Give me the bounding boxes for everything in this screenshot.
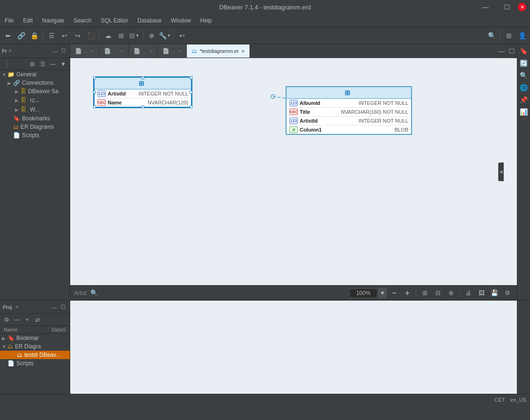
bottom-tree-er-diagrams[interactable]: ▼ 🗂 ER Diagra — [0, 342, 70, 351]
zoom-dropdown[interactable]: ▼ — [378, 288, 387, 298]
tree-item-w[interactable]: ▶ 🗄 W... — [0, 105, 70, 114]
left-panel-minimize[interactable]: — — [51, 47, 59, 55]
album-row-albumid[interactable]: 123 AlbumId INTEGER NOT NULL — [287, 99, 411, 108]
toolbar-btn-5[interactable]: ↩ — [59, 29, 71, 42]
bottom-tb-sync[interactable]: ⇄ — [33, 315, 42, 324]
canvas-btn-grid[interactable]: ⊞ — [419, 287, 430, 299]
right-icon-bookmark[interactable]: 🔖 — [519, 46, 529, 56]
toolbar-search-btn[interactable]: 🔍 — [486, 29, 498, 42]
editor-tab-4[interactable]: 📄 ... ✕ — [158, 44, 187, 58]
editor-tab-active[interactable]: 🗂 *testdiagramm.er ✕ — [187, 44, 250, 58]
canvas-btn-settings[interactable]: ⚙ — [502, 287, 513, 299]
tab-maximize-btn[interactable]: ☐ — [507, 44, 517, 58]
bottom-panel-tab-label[interactable]: Proj — [3, 304, 12, 310]
close-button[interactable]: ✕ — [518, 3, 526, 11]
bottom-tb-minus[interactable]: — — [12, 315, 22, 324]
canvas-btn-list[interactable]: ⊟ — [432, 287, 443, 299]
resize-handle-tl[interactable] — [93, 76, 96, 79]
toolbar-btn-3[interactable]: 🔒 — [28, 29, 40, 42]
menu-database[interactable]: Database — [133, 15, 166, 26]
tab-active-close[interactable]: ✕ — [241, 49, 245, 54]
resize-handle-ml[interactable] — [93, 91, 96, 94]
er-table-artist[interactable]: ⊞ 123 ArtistId INTEGER NOT NULL ABC Name… — [94, 77, 192, 108]
resize-handle-tm[interactable] — [141, 76, 144, 79]
tab-4-close[interactable]: ✕ — [178, 49, 182, 54]
toolbar-profile-btn[interactable]: 👤 — [516, 29, 528, 42]
resize-handle-mr[interactable] — [190, 91, 192, 94]
toolbar-btn-11[interactable]: ⊕ — [146, 29, 158, 42]
right-icon-pin[interactable]: 📌 — [519, 95, 529, 105]
toolbar-windows-btn[interactable]: ⊞ — [503, 29, 515, 42]
toolbar-btn-10[interactable]: ⊟▼ — [128, 29, 140, 42]
left-panel-tab[interactable]: Pr — [2, 48, 7, 54]
tab-1-close[interactable]: ✕ — [90, 49, 94, 54]
bottom-tree-scripts[interactable]: 📄 Scripts — [0, 359, 70, 368]
zoom-value[interactable]: 100% — [349, 288, 377, 298]
er-table-album[interactable]: ⊞ 123 AlbumId INTEGER NOT NULL ABC Title… — [286, 86, 412, 135]
toolbar-btn-4[interactable]: ☰ — [45, 29, 58, 42]
tree-item-general[interactable]: ▼ 📁 General — [0, 70, 70, 79]
toolbar-btn-9[interactable]: ⊞ — [115, 29, 127, 42]
menu-edit[interactable]: Edit — [18, 15, 37, 26]
toolbar-btn-2[interactable]: 🔗 — [15, 29, 27, 42]
menu-search[interactable]: Search — [69, 15, 96, 26]
canvas-search-icon[interactable]: 🔍 — [88, 287, 100, 299]
tree-item-er-diagrams[interactable]: 🗂 ER Diagrams — [0, 123, 70, 131]
artist-row-artistid[interactable]: 123 ArtistId INTEGER NOT NULL — [95, 89, 191, 98]
zoom-in-btn[interactable]: + — [402, 287, 413, 299]
menu-window[interactable]: Window — [166, 15, 196, 26]
editor-tab-3[interactable]: 📄 ... ✕ — [129, 44, 158, 58]
tree-item-rz[interactable]: ▶ 🗄 rz... — [0, 96, 70, 105]
zoom-out-btn[interactable]: − — [389, 287, 400, 299]
menu-navigate[interactable]: Navigate — [37, 15, 69, 26]
toolbar-btn-6[interactable]: ↪ — [72, 29, 84, 42]
left-tb-btn-3[interactable]: — — [48, 59, 58, 69]
toolbar-btn-12[interactable]: 🔧▼ — [159, 29, 171, 42]
maximize-button[interactable]: ☐ — [496, 0, 518, 14]
canvas-btn-circle[interactable]: ⊕ — [445, 287, 456, 299]
canvas-btn-save[interactable]: 💾 — [489, 287, 500, 299]
editor-tab-2[interactable]: 📄 ... ✕ — [99, 44, 128, 58]
right-icon-search[interactable]: 🔍 — [519, 70, 529, 81]
right-icon-refresh[interactable]: 🔄 — [519, 58, 529, 68]
right-icon-globe[interactable]: 🌐 — [519, 82, 529, 93]
album-row-title[interactable]: ABC Title NVARCHAR(160) NOT NULL — [287, 108, 411, 117]
menu-help[interactable]: Help — [196, 15, 217, 26]
minimize-button[interactable]: — — [475, 0, 496, 14]
left-panel-maximize[interactable]: ☐ — [59, 47, 68, 55]
bottom-panel-close-icon[interactable]: ✕ — [15, 304, 19, 309]
menu-file[interactable]: File — [0, 15, 18, 26]
menu-sql-editor[interactable]: SQL Editor — [96, 15, 132, 26]
right-icon-chart[interactable]: 📊 — [519, 107, 529, 117]
album-row-column1[interactable]: ⊞ Column1 BLOB — [287, 125, 411, 134]
resize-handle-br[interactable] — [190, 105, 192, 108]
editor-tab-1[interactable]: 📄 ... ✕ — [70, 44, 99, 58]
resize-handle-bl[interactable] — [93, 105, 96, 108]
left-tb-btn-1[interactable]: ⊞ — [28, 59, 37, 69]
album-row-artistid[interactable]: 123 ArtistId INTEGER NOT NULL — [287, 117, 411, 125]
er-diagram-canvas[interactable]: ⊞ 123 ArtistId INTEGER NOT NULL ABC Name… — [70, 58, 517, 285]
toolbar-btn-7[interactable]: ⬛ — [85, 29, 97, 42]
left-tb-btn-2[interactable]: ☰ — [38, 59, 47, 69]
resize-handle-bm[interactable] — [141, 105, 144, 108]
bottom-tb-add[interactable]: + — [22, 315, 32, 324]
bottom-panel-maximize[interactable]: ☐ — [59, 303, 67, 311]
tree-item-scripts[interactable]: 📄 Scripts — [0, 131, 70, 140]
toolbar-btn-1[interactable]: ⬅ — [2, 29, 14, 42]
toolbar-btn-8[interactable]: ☁ — [102, 29, 114, 42]
bottom-tree-testdiagramm[interactable]: 🗂 testdi DBeav... — [0, 351, 70, 359]
resize-handle-tr[interactable] — [190, 76, 192, 79]
tree-item-connections[interactable]: ▶ 🔗 Connections — [0, 79, 70, 87]
bottom-tree-bookmarks[interactable]: ▶ 🔖 Bookmar — [0, 334, 70, 342]
bottom-tb-settings[interactable]: ⚙ — [2, 315, 11, 324]
tab-2-close[interactable]: ✕ — [120, 49, 124, 54]
toolbar-btn-13[interactable]: ↩ — [176, 29, 188, 42]
tree-item-bookmarks[interactable]: 🔖 Bookmarks — [0, 114, 70, 123]
canvas-collapse-arrow[interactable]: ◀ — [498, 162, 504, 181]
tree-item-dbeaver[interactable]: ▶ 🗄 DBeaver Sa — [0, 87, 70, 96]
left-tb-btn-4[interactable]: ▼ — [59, 59, 68, 69]
canvas-btn-print[interactable]: 🖨 — [463, 287, 474, 299]
bottom-panel-minimize[interactable]: — — [50, 303, 58, 311]
tab-3-close[interactable]: ✕ — [149, 49, 153, 54]
bottom-canvas-area[interactable] — [70, 301, 517, 394]
